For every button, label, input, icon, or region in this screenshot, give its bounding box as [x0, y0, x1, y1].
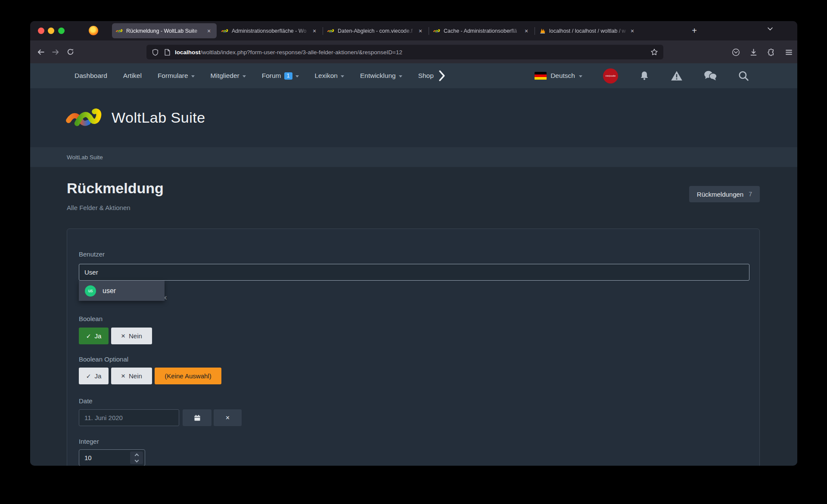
rueckmeldungen-count: 7	[749, 191, 752, 198]
chevron-down-icon	[399, 75, 402, 77]
pocket-icon[interactable]	[732, 48, 740, 56]
chevron-down-icon	[295, 75, 299, 77]
woltlab-tab-icon	[327, 28, 334, 34]
page-title: Rückmeldung	[67, 180, 164, 197]
chevron-down-icon	[243, 75, 246, 77]
url-text[interactable]: localhost/woltlab/index.php?form-user-re…	[175, 49, 650, 56]
suggestion-username[interactable]: user	[103, 287, 116, 295]
url-host: localhost	[175, 49, 200, 56]
integer-label: Integer	[79, 438, 99, 445]
new-tab-button[interactable]: +	[688, 25, 700, 37]
language-selector[interactable]: Deutsch	[535, 72, 582, 80]
search-icon[interactable]	[738, 70, 749, 81]
close-window-button[interactable]	[38, 28, 44, 34]
user-suggestion-dropdown[interactable]: us user	[79, 281, 165, 301]
phpmyadmin-flame-icon	[539, 28, 546, 34]
x-icon: ×	[121, 372, 125, 380]
tab-strip: Rückmeldung - WoltLab Suite × Administra…	[112, 23, 640, 38]
site-navigation: Dashboard Artikel Formulare Mitglieder F…	[30, 63, 797, 88]
nav-item-mitglieder[interactable]: Mitglieder	[211, 72, 246, 80]
menu-hamburger-icon[interactable]	[785, 48, 793, 56]
check-icon: ✓	[86, 333, 91, 340]
back-button[interactable]	[34, 45, 48, 59]
browser-toolbar: localhost/woltlab/index.php?form-user-re…	[30, 40, 797, 63]
tab-cache[interactable]: Cache - Administrationsoberflä ×	[429, 23, 534, 38]
firefox-icon	[89, 26, 98, 35]
conversations-chat-icon[interactable]	[703, 70, 717, 81]
forum-count-badge: 1	[284, 72, 292, 80]
check-icon: ✓	[86, 373, 91, 380]
woltlab-logo-icon	[66, 105, 103, 131]
boolean-no-button[interactable]: × Nein	[111, 328, 152, 344]
nav-item-forum[interactable]: Forum1	[262, 72, 299, 80]
boolean-optional-label: Boolean Optional	[79, 356, 128, 363]
user-avatar-badge: us	[85, 285, 96, 297]
list-all-tabs-button[interactable]	[767, 25, 778, 37]
date-picker-button[interactable]	[183, 409, 211, 426]
stepper-down-icon[interactable]	[134, 458, 139, 462]
chevron-down-icon	[579, 75, 582, 77]
url-bar[interactable]: localhost/woltlab/index.php?form-user-re…	[146, 45, 663, 59]
brand-logo[interactable]: WoltLab Suite	[66, 105, 205, 131]
date-input[interactable]: 11. Juni 2020	[79, 409, 179, 426]
nav-item-dashboard[interactable]: Dashboard	[75, 72, 107, 80]
boolean-label: Boolean	[79, 315, 103, 322]
boolean-optional-yes-button[interactable]: ✓ Ja	[79, 368, 109, 384]
user-avatar[interactable]: vie|code	[603, 68, 618, 83]
woltlab-tab-icon	[221, 28, 228, 34]
tab-close-icon[interactable]: ×	[522, 28, 530, 34]
x-icon: ×	[226, 414, 230, 422]
tab-close-icon[interactable]: ×	[205, 28, 213, 34]
nav-item-formulare[interactable]: Formulare	[158, 72, 195, 80]
page-viewport: Dashboard Artikel Formulare Mitglieder F…	[30, 63, 797, 466]
form-container: Benutzer Dies ist ein Test für die Infob…	[67, 229, 760, 466]
zoom-window-button[interactable]	[58, 28, 65, 34]
chevron-down-icon	[191, 75, 195, 77]
tab-daten-abgleich[interactable]: Daten-Abgleich - com.viecode.f ×	[323, 23, 428, 38]
integer-input[interactable]: 10	[79, 449, 145, 466]
date-clear-button[interactable]: ×	[214, 409, 242, 426]
page-info-icon[interactable]	[164, 49, 171, 56]
forward-button[interactable]	[48, 45, 63, 59]
minimize-window-button[interactable]	[48, 28, 54, 34]
tab-close-icon[interactable]: ×	[628, 28, 636, 34]
notifications-bell-icon[interactable]	[639, 70, 650, 81]
shield-icon[interactable]	[152, 49, 159, 56]
german-flag-icon	[535, 72, 547, 80]
nav-scroll-chevron[interactable]	[438, 70, 445, 81]
boolean-optional-none-button[interactable]: (Keine Auswahl)	[155, 368, 221, 384]
bookmark-star-icon[interactable]	[650, 48, 658, 56]
main-content: Rückmeldung Alle Felder & Aktionen Rückm…	[30, 167, 797, 466]
warning-triangle-icon[interactable]	[671, 70, 683, 81]
woltlab-tab-icon	[116, 28, 123, 34]
tab-bar: Rückmeldung - WoltLab Suite × Administra…	[30, 21, 797, 40]
tab-title: localhost / localhost / woltlab / w	[549, 28, 628, 34]
downloads-icon[interactable]	[749, 48, 758, 56]
reload-button[interactable]	[63, 45, 78, 59]
browser-window: Rückmeldung - WoltLab Suite × Administra…	[30, 21, 797, 466]
stepper-up-icon[interactable]	[134, 453, 139, 458]
extensions-puzzle-icon[interactable]	[767, 48, 775, 56]
breadcrumb[interactable]: WoltLab Suite	[67, 154, 103, 161]
benutzer-label: Benutzer	[79, 250, 105, 258]
boolean-optional-no-button[interactable]: × Nein	[111, 368, 152, 384]
tab-close-icon[interactable]: ×	[311, 28, 318, 34]
nav-item-lexikon[interactable]: Lexikon	[315, 72, 344, 80]
nav-item-entwicklung[interactable]: Entwicklung	[360, 72, 402, 80]
nav-item-artikel[interactable]: Artikel	[123, 72, 142, 80]
tab-administration[interactable]: Administrationsoberfläche - Wo ×	[218, 23, 322, 38]
benutzer-input[interactable]	[79, 264, 749, 281]
nav-item-shop[interactable]: Shop	[418, 72, 434, 80]
brand-name: WoltLab Suite	[112, 109, 205, 126]
toolbar-right-icons	[732, 45, 793, 59]
woltlab-tab-icon	[433, 28, 440, 34]
language-label: Deutsch	[550, 72, 575, 80]
tab-phpmyadmin[interactable]: localhost / localhost / woltlab / w ×	[535, 23, 640, 38]
boolean-yes-button[interactable]: ✓ Ja	[79, 328, 109, 344]
tab-title: Cache - Administrationsoberflä	[444, 28, 522, 34]
tab-close-icon[interactable]: ×	[417, 28, 424, 34]
tab-rueckmeldung[interactable]: Rückmeldung - WoltLab Suite ×	[112, 23, 217, 38]
breadcrumb-bar: WoltLab Suite	[30, 147, 797, 167]
rueckmeldungen-button[interactable]: Rückmeldungen 7	[689, 186, 760, 202]
number-stepper[interactable]	[130, 451, 143, 464]
